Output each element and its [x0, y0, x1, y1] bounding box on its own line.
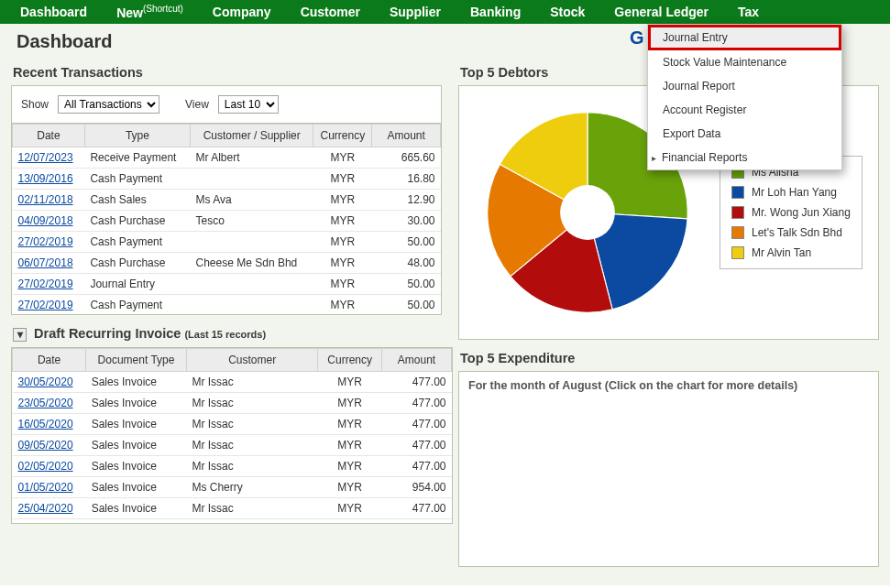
cell-amount: 50.00: [372, 232, 441, 253]
table-row[interactable]: 04/09/2018 Cash Purchase Tesco MYR 30.00: [13, 211, 441, 232]
cell-date[interactable]: 18/04/2020: [13, 518, 86, 524]
cell-doctype: Sales Invoice: [86, 455, 187, 476]
cell-currency: MYR: [313, 190, 372, 211]
cell-date[interactable]: 02/11/2018: [13, 190, 85, 211]
cell-customer: Mr Issac: [186, 518, 317, 524]
cell-date[interactable]: 01/05/2020: [13, 476, 86, 497]
table-row[interactable]: 16/05/2020 Sales Invoice Mr Issac MYR 47…: [13, 413, 452, 434]
expenditure-subtitle: For the month of August (Click on the ch…: [468, 379, 797, 392]
legend-item[interactable]: Mr Loh Han Yang: [730, 182, 852, 202]
table-row[interactable]: 02/11/2018 Cash Sales Ms Ava MYR 12.90: [13, 190, 441, 211]
table-row[interactable]: 27/02/2019 Cash Payment MYR 50.00: [13, 295, 441, 316]
dcol-doctype[interactable]: Document Type: [86, 348, 187, 371]
show-select[interactable]: All Transactions: [58, 95, 159, 114]
cell-currency: MYR: [318, 497, 382, 518]
expand-icon[interactable]: ▾: [13, 328, 27, 342]
table-row[interactable]: 02/05/2020 Sales Invoice Mr Issac MYR 47…: [13, 455, 452, 476]
view-select[interactable]: Last 10: [218, 95, 279, 114]
menuitem-banking[interactable]: Banking: [456, 1, 535, 23]
cell-customer-supplier: Tesco: [191, 211, 313, 232]
dropdown-journal-report[interactable]: Journal Report: [648, 74, 841, 98]
dropdown-account-register[interactable]: Account Register: [648, 98, 841, 122]
draft-recurring-invoice-panel: ▾ Draft Recurring Invoice (Last 15 recor…: [11, 322, 453, 524]
draft-invoice-grid[interactable]: Date Document Type Customer Currency Amo…: [11, 347, 453, 524]
menuitem-company[interactable]: Company: [198, 1, 286, 23]
cell-customer: Mr Issac: [186, 413, 317, 434]
table-row[interactable]: 30/05/2020 Sales Invoice Mr Issac MYR 47…: [13, 371, 452, 392]
table-row[interactable]: 23/05/2020 Sales Invoice Mr Issac MYR 47…: [13, 392, 452, 413]
cell-date[interactable]: 27/02/2019: [13, 232, 85, 253]
table-row[interactable]: 18/04/2020 Sales Invoice Mr Issac MYR 47…: [13, 518, 452, 524]
cell-date[interactable]: 13/09/2016: [13, 169, 85, 190]
dcol-date[interactable]: Date: [13, 348, 86, 371]
col-date[interactable]: Date: [13, 125, 85, 147]
menuitem-new-label: New: [116, 5, 143, 20]
cell-date[interactable]: 30/05/2020: [13, 371, 86, 392]
table-row[interactable]: 13/09/2016 Cash Payment MYR 16.80: [13, 169, 441, 190]
cell-currency: MYR: [313, 274, 372, 295]
cell-date[interactable]: 27/02/2019: [13, 274, 85, 295]
dropdown-financial-reports[interactable]: ▸Financial Reports: [648, 146, 841, 169]
table-row[interactable]: 09/05/2020 Sales Invoice Mr Issac MYR 47…: [13, 434, 452, 455]
dropdown-journal-entry[interactable]: Journal Entry: [648, 25, 841, 50]
menuitem-customer[interactable]: Customer: [286, 1, 375, 23]
menuitem-stock[interactable]: Stock: [535, 1, 599, 23]
legend-swatch: [731, 206, 744, 219]
cell-amount: 477.00: [382, 371, 452, 392]
menuitem-general-ledger[interactable]: General Ledger: [599, 1, 723, 23]
legend-item[interactable]: Mr. Wong Jun Xiang: [730, 202, 852, 223]
cell-type: Journal Entry: [84, 274, 190, 295]
truncated-header-letter: G: [630, 27, 644, 49]
cell-currency: MYR: [313, 253, 372, 274]
cell-date[interactable]: 25/04/2020: [13, 497, 86, 518]
cell-currency: MYR: [318, 392, 382, 413]
cell-customer-supplier: Ms Ava: [191, 190, 313, 211]
recent-transactions-filters: Show All Transactions View Last 10: [11, 85, 442, 123]
svg-point-0: [560, 185, 615, 240]
cell-date[interactable]: 02/05/2020: [13, 455, 86, 476]
menuitem-dashboard[interactable]: Dashboard: [5, 1, 102, 23]
recent-transactions-grid[interactable]: Date Type Customer / Supplier Currency A…: [11, 123, 442, 315]
table-row[interactable]: 12/07/2023 Receive Payment Mr Albert MYR…: [13, 147, 441, 169]
col-currency[interactable]: Currency: [313, 125, 372, 147]
dcol-amount[interactable]: Amount: [382, 348, 452, 371]
cell-date[interactable]: 27/02/2019: [13, 295, 85, 316]
cell-date[interactable]: 09/05/2020: [13, 434, 86, 455]
table-row[interactable]: 27/02/2019 Journal Entry MYR 50.00: [13, 274, 441, 295]
cell-type: Cash Payment: [84, 295, 190, 316]
dropdown-export-data[interactable]: Export Data: [648, 122, 841, 146]
cell-date[interactable]: 12/07/2023: [13, 147, 85, 169]
draft-title-prefix: Draft Recurring Invoice: [34, 326, 181, 341]
table-row[interactable]: 25/04/2020 Sales Invoice Mr Issac MYR 47…: [13, 497, 452, 518]
table-row[interactable]: 01/05/2020 Sales Invoice Ms Cherry MYR 9…: [13, 476, 452, 497]
cell-date[interactable]: 06/07/2018: [13, 253, 85, 274]
col-amount[interactable]: Amount: [372, 125, 441, 147]
table-row[interactable]: 06/07/2018 Cash Purchase Cheese Me Sdn B…: [13, 253, 441, 274]
cell-type: Receive Payment: [84, 147, 190, 169]
cell-date[interactable]: 23/05/2020: [13, 392, 86, 413]
dcol-customer[interactable]: Customer: [186, 348, 317, 371]
cell-amount: 477.00: [382, 434, 452, 455]
cell-currency: MYR: [318, 413, 382, 434]
menuitem-new[interactable]: New(Shortcut): [102, 0, 198, 24]
expenditure-box: For the month of August (Click on the ch…: [458, 371, 879, 567]
menuitem-supplier[interactable]: Supplier: [375, 1, 456, 23]
dropdown-stock-value-maintenance[interactable]: Stock Value Maintenance: [648, 50, 841, 74]
legend-item[interactable]: Let's Talk Sdn Bhd: [730, 223, 852, 243]
cell-doctype: Sales Invoice: [86, 413, 187, 434]
cell-type: Cash Purchase: [84, 211, 190, 232]
recent-transactions-panel: Recent Transactions Show All Transaction…: [11, 61, 442, 315]
cell-date[interactable]: 16/05/2020: [13, 413, 86, 434]
cell-customer-supplier: [191, 295, 313, 316]
col-type[interactable]: Type: [84, 125, 190, 147]
menuitem-tax[interactable]: Tax: [723, 1, 774, 23]
cell-date[interactable]: 04/09/2018: [13, 211, 85, 232]
main-menubar: Dashboard New(Shortcut) Company Customer…: [0, 0, 890, 24]
table-row[interactable]: 27/02/2019 Cash Payment MYR 50.00: [13, 232, 441, 253]
legend-label: Let's Talk Sdn Bhd: [752, 226, 842, 239]
dcol-currency[interactable]: Currency: [318, 348, 382, 371]
col-customer-supplier[interactable]: Customer / Supplier: [191, 125, 313, 147]
cell-doctype: Sales Invoice: [86, 392, 187, 413]
legend-item[interactable]: Mr Alvin Tan: [730, 243, 852, 263]
cell-customer: Mr Issac: [186, 455, 317, 476]
